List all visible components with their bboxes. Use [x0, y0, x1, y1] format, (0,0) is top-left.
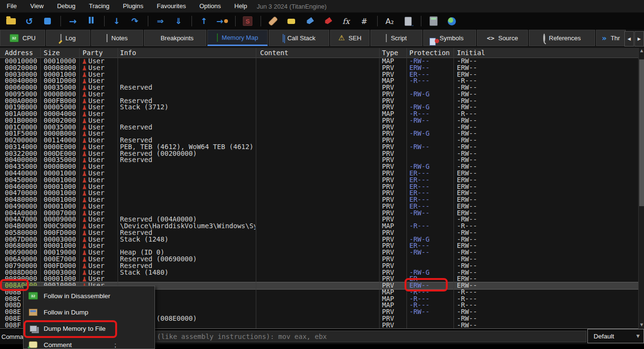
cell-info: Reserved (004A0000)	[120, 216, 197, 223]
build-date-text: Jun 3 2024 (TitanEngine)	[257, 3, 327, 10]
cell-type: PRV	[382, 322, 394, 329]
tab-threads[interactable]: »Thr	[596, 30, 626, 46]
column-header-info[interactable]: Info	[120, 49, 136, 57]
tab-memory-map[interactable]: Memory Map	[207, 30, 268, 46]
tab-scroll-left-icon[interactable]: ◀	[624, 31, 634, 47]
menu-file[interactable]: File	[0, 0, 24, 12]
tab-scroll-right-icon[interactable]: ▶	[634, 31, 644, 47]
globe-icon[interactable]	[444, 15, 459, 27]
toolbar-separator	[191, 16, 192, 26]
column-header-party[interactable]: Party	[83, 49, 103, 57]
tab-references[interactable]: References	[529, 30, 595, 46]
tab-call-stack[interactable]: Call Stack	[269, 30, 329, 46]
patch-icon[interactable]	[266, 15, 280, 27]
dump-icon	[28, 309, 38, 316]
menu-item-comment[interactable]: Comment;	[24, 337, 155, 349]
chevron-down-icon: ▼	[636, 334, 640, 338]
cell-protection: -RW-G	[409, 130, 429, 137]
menu-item-dump[interactable]: Follow in Dump	[24, 304, 155, 320]
calculator-icon[interactable]	[426, 15, 441, 27]
tab-symbols[interactable]: Symbols	[423, 30, 476, 46]
execute-till-return-icon[interactable]: ⇒	[153, 15, 167, 27]
toolbar-separator	[148, 16, 148, 26]
menu-tracing[interactable]: Tracing	[82, 0, 116, 12]
tab-seh[interactable]: ⚠SEH	[330, 30, 370, 46]
restart-icon[interactable]: ↺	[22, 15, 36, 27]
script-s-icon[interactable]: S	[240, 15, 255, 27]
disassembler-icon: 32	[28, 292, 38, 300]
comment-icon[interactable]	[284, 15, 298, 27]
column-separator	[406, 48, 407, 328]
step-down-icon[interactable]: ⇓	[171, 15, 186, 27]
menu-help[interactable]: Help	[227, 0, 254, 12]
menu-view[interactable]: View	[24, 0, 50, 12]
tab-script[interactable]: Script	[370, 30, 422, 46]
menu-debug[interactable]: Debug	[50, 0, 82, 12]
user-icon	[83, 105, 86, 110]
label-icon[interactable]	[302, 15, 317, 27]
user-icon	[83, 138, 86, 143]
tab-breakpoints[interactable]: Breakpoints	[144, 30, 206, 46]
pause-icon[interactable]	[84, 15, 98, 27]
user-icon	[83, 151, 86, 156]
step-over-icon[interactable]: ↷	[128, 15, 142, 27]
cell-info: Stack (1480)	[120, 269, 168, 276]
tab-label: Log	[65, 35, 76, 42]
user-icon	[83, 264, 86, 268]
device-icon[interactable]	[401, 15, 415, 27]
scroll-down-icon[interactable]: ▼	[639, 322, 644, 328]
tab-notes[interactable]: Notes	[91, 30, 143, 46]
table-header: AddressSizePartyInfoContentTypeProtectio…	[0, 48, 638, 58]
font-icon[interactable]: A₂	[382, 15, 397, 27]
open-file-icon[interactable]	[4, 15, 18, 27]
menu-item-dump-to-file[interactable]: Dump Memory to File	[24, 320, 155, 337]
user-icon	[83, 171, 86, 176]
menu-options[interactable]: Options	[192, 0, 227, 12]
menubar: FileViewDebugTracingPluginsFavouritesOpt…	[0, 0, 644, 12]
column-header-content[interactable]: Content	[260, 49, 288, 57]
step-out-icon[interactable]: ↑	[197, 15, 211, 27]
column-header-size[interactable]: Size	[44, 49, 60, 57]
cell-protection: -R---	[409, 223, 429, 230]
run-to-user-code-icon[interactable]: →	[215, 15, 229, 27]
step-into-icon[interactable]: ↓	[109, 15, 124, 27]
tabbar: 32CPULogNotesBreakpointsMemory MapCall S…	[0, 30, 644, 47]
profile-dropdown[interactable]: Default ▼	[587, 329, 644, 343]
hash-icon[interactable]: #	[357, 15, 371, 27]
toolbar-separator	[104, 16, 105, 26]
menu-plugins[interactable]: Plugins	[116, 0, 150, 12]
cell-info: Reserved	[120, 98, 152, 105]
tab-scroll-buttons: ◀ ▶	[624, 31, 644, 47]
notes-icon	[107, 35, 107, 42]
user-icon	[83, 79, 86, 83]
column-header-initial[interactable]: Initial	[457, 49, 485, 57]
menu-item-disassembler[interactable]: 32Follow in Disassembler	[24, 288, 155, 304]
function-fx-icon[interactable]: fx	[339, 15, 353, 27]
log-icon	[60, 35, 61, 42]
tab-log[interactable]: Log	[46, 30, 90, 46]
tab-label: Symbols	[440, 35, 464, 42]
scrollbar-thumb[interactable]	[639, 59, 644, 206]
menu-favourites[interactable]: Favourites	[150, 0, 193, 12]
stop-icon[interactable]	[40, 15, 55, 27]
breakpoint-icon[interactable]	[321, 15, 335, 27]
cell-protection: -RW--	[409, 309, 429, 315]
user-icon	[83, 72, 86, 77]
tab-label: References	[549, 35, 581, 42]
column-header-protection[interactable]: Protection	[409, 49, 450, 57]
run-icon[interactable]: →	[66, 15, 80, 27]
call-stack-icon	[283, 35, 284, 42]
column-header-type[interactable]: Type	[382, 49, 398, 57]
user-icon	[83, 224, 86, 229]
user-icon	[83, 164, 86, 169]
tab-label: Breakpoints	[161, 35, 194, 42]
vertical-scrollbar[interactable]: ▲ ▼	[638, 48, 644, 329]
cpu-icon: 32	[10, 34, 19, 42]
user-icon	[83, 158, 86, 163]
scroll-up-icon[interactable]: ▲	[639, 48, 644, 54]
tab-source[interactable]: <>Source	[477, 30, 528, 46]
tab-label: Script	[391, 35, 406, 42]
cell-protection: -RW--	[409, 210, 429, 217]
column-header-address[interactable]: Address	[5, 49, 33, 57]
tab-cpu[interactable]: 32CPU	[0, 30, 45, 46]
